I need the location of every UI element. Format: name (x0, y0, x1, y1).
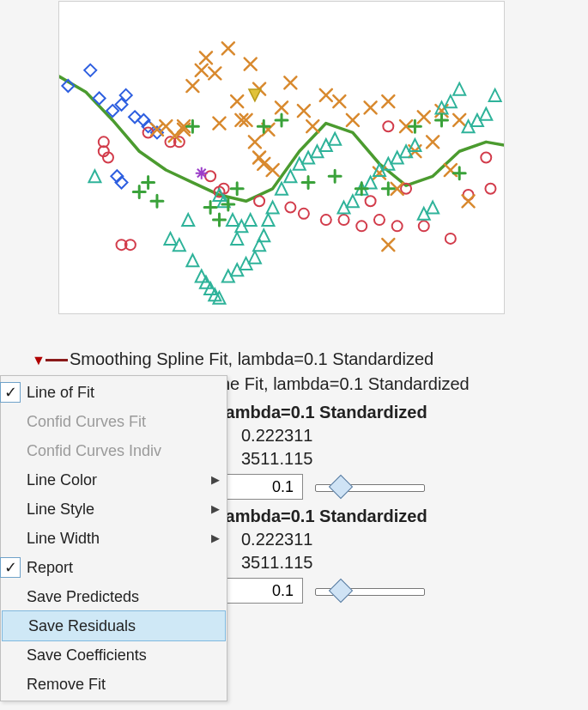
fit-title-1: Smoothing Spline Fit, lambda=0.1 Standar… (70, 349, 433, 368)
svg-point-24 (366, 196, 376, 206)
fit-title-2-tail: ne Fit, lambda=0.1 Standardized (221, 374, 470, 393)
scatter-plot (58, 1, 505, 314)
fit-block-2-val2: 3511.115 (221, 551, 571, 574)
fit-block-1: lambda=0.1 Standardized 0.222311 3511.11… (221, 401, 571, 500)
menu-save-coefficients[interactable]: Save Coefficients (1, 640, 227, 670)
menu-label: Save Residuals (28, 617, 136, 634)
fit-header-1[interactable]: ▼Smoothing Spline Fit, lambda=0.1 Standa… (32, 348, 571, 371)
lambda-input-1[interactable] (221, 474, 303, 500)
menu-label: Line Style (27, 501, 94, 518)
menu-label: Report (27, 559, 73, 576)
menu-label: Save Coefficients (27, 646, 147, 664)
svg-point-16 (356, 221, 367, 231)
menu-line-style[interactable]: Line Style ▶ (1, 495, 227, 524)
fit-block-1-title: lambda=0.1 Standardized (221, 401, 571, 424)
fit-block-2-val1: 0.222311 (221, 528, 571, 551)
slider-thumb-icon[interactable] (329, 579, 353, 603)
svg-point-15 (339, 215, 349, 225)
submenu-arrow-icon: ▶ (211, 495, 220, 524)
lambda-slider-1[interactable] (315, 479, 425, 495)
check-icon: ✓ (1, 378, 20, 407)
lambda-input-2[interactable] (221, 578, 303, 604)
fit-block-1-val1: 0.222311 (221, 424, 571, 447)
submenu-arrow-icon: ▶ (211, 465, 220, 495)
svg-point-13 (299, 209, 309, 219)
menu-label: Confid Curves Fit (27, 413, 146, 430)
menu-label: Confid Curves Indiv (27, 442, 161, 459)
disclosure-triangle-icon[interactable]: ▼ (32, 351, 45, 370)
menu-save-residuals[interactable]: Save Residuals (2, 610, 226, 641)
svg-point-18 (392, 221, 403, 231)
menu-save-predicteds[interactable]: Save Predicteds (1, 582, 227, 611)
svg-point-20 (446, 234, 456, 244)
menu-line-of-fit[interactable]: ✓ Line of Fit (1, 378, 227, 407)
menu-label: Save Predicteds (27, 588, 139, 605)
lambda-slider-2[interactable] (315, 583, 425, 598)
check-icon: ✓ (1, 553, 20, 582)
fit-block-2: lambda=0.1 Standardized 0.222311 3511.11… (221, 505, 571, 604)
svg-point-25 (383, 121, 393, 131)
fit-color-swatch (45, 359, 68, 361)
menu-confid-curves-fit: Confid Curves Fit (1, 407, 227, 436)
menu-label: Line Width (27, 530, 100, 547)
menu-confid-curves-indiv: Confid Curves Indiv (1, 436, 227, 465)
submenu-arrow-icon: ▶ (211, 524, 220, 553)
svg-point-14 (321, 215, 331, 225)
menu-line-width[interactable]: Line Width ▶ (1, 524, 227, 553)
svg-point-12 (285, 203, 295, 213)
fit-block-1-val2: 3511.115 (221, 447, 571, 470)
svg-point-19 (419, 221, 429, 231)
fit-block-2-lambda-row (221, 578, 571, 604)
menu-line-color[interactable]: Line Color ▶ (1, 465, 227, 495)
svg-point-23 (485, 184, 495, 194)
menu-label: Line of Fit (27, 384, 94, 401)
svg-point-17 (374, 215, 385, 225)
svg-point-11 (254, 196, 264, 206)
menu-label: Remove Fit (27, 676, 106, 693)
fit-block-2-title: lambda=0.1 Standardized (221, 505, 571, 528)
menu-label: Line Color (27, 471, 97, 489)
svg-point-22 (481, 153, 491, 163)
fit-block-1-lambda-row (221, 474, 571, 500)
slider-thumb-icon[interactable] (329, 475, 353, 499)
menu-remove-fit[interactable]: Remove Fit (1, 670, 227, 699)
fit-context-menu: ✓ Line of Fit Confid Curves Fit Confid C… (0, 375, 227, 701)
menu-report[interactable]: ✓ Report (1, 553, 227, 582)
